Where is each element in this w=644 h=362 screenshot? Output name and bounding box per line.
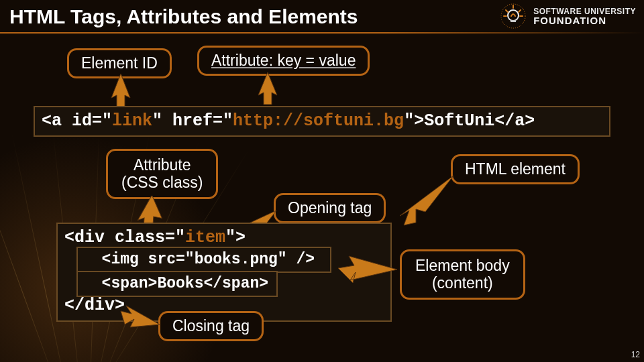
lightbulb-icon	[498, 1, 528, 31]
logo-text-top: SOFTWARE UNIVERSITY	[533, 7, 636, 15]
logo-text-bottom: FOUNDATION	[533, 15, 636, 25]
callout-closing-tag: Closing tag	[158, 311, 264, 341]
code-text: <a id="	[42, 111, 112, 131]
callout-element-id: Element ID	[67, 48, 172, 78]
code-text: </div>	[64, 296, 125, 315]
callout-html-element: HTML element	[451, 154, 580, 184]
code-line-img: <img src="books.png" />	[76, 247, 331, 273]
code-text: ">	[225, 228, 246, 247]
pointer-arrow	[396, 173, 456, 227]
code-attr-value: http://softuni.bg	[233, 111, 404, 131]
slide-title: HTML Tags, Attributes and Elements	[9, 5, 358, 28]
callout-line: (CSS class)	[121, 174, 203, 191]
callout-attribute-css-class: Attribute (CSS class)	[106, 149, 218, 199]
code-attr-value: link	[112, 111, 152, 131]
code-example-anchor: <a id="link" href="http://softuni.bg">So…	[34, 106, 610, 137]
pointer-arrow	[107, 74, 134, 107]
code-text: ">SoftUni</a>	[404, 111, 535, 131]
softuni-logo: SOFTWARE UNIVERSITY FOUNDATION	[498, 1, 636, 31]
callout-opening-tag: Opening tag	[274, 193, 386, 223]
callout-element-body: Element body (content)	[400, 249, 525, 300]
callout-attribute-key-value: Attribute: key = value	[197, 46, 370, 76]
code-attr-value: item	[185, 228, 225, 247]
code-text: <div class="	[64, 228, 185, 247]
code-text: " href="	[152, 111, 233, 131]
title-underline	[0, 32, 644, 34]
page-number: 12	[631, 350, 640, 359]
pointer-arrow	[255, 72, 280, 105]
callout-line: Element body	[415, 257, 510, 274]
callout-line: Attribute	[121, 156, 203, 174]
svg-point-1	[508, 10, 519, 21]
code-line-span: <span>Books</span>	[76, 271, 278, 297]
callout-line: (content)	[415, 274, 510, 292]
